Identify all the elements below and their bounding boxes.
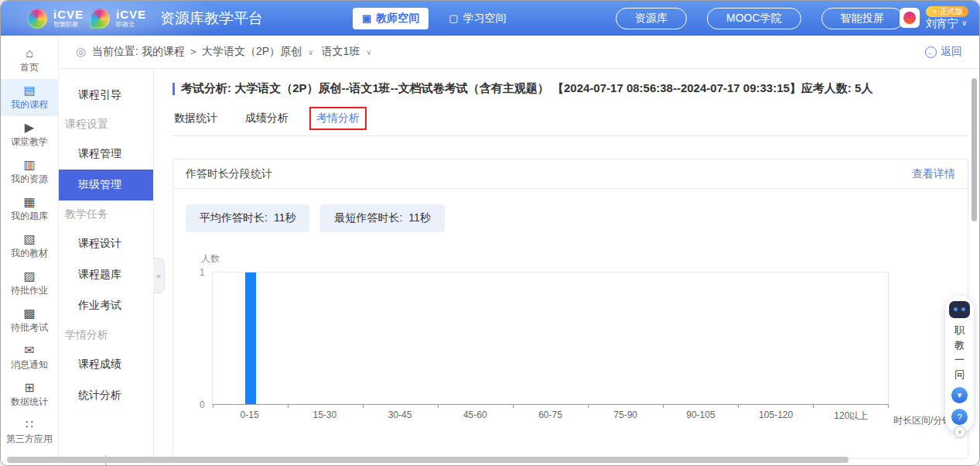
x-axis-tick-label: 90-105 xyxy=(663,409,738,423)
stat-chip: 最短作答时长: 11秒 xyxy=(320,204,444,232)
duration-detail-link[interactable]: 查看详情 xyxy=(912,167,955,181)
sidebar-item[interactable]: ⊞ 数据统计 xyxy=(1,376,58,413)
submenu-item[interactable]: 课程设置 xyxy=(59,111,153,139)
version-badge: 正式版 xyxy=(926,6,968,17)
ai-assistant-widget[interactable]: 职教一问 ▾ ? xyxy=(945,296,974,433)
header-nav-item[interactable]: ▢ 学习空间 xyxy=(439,8,515,29)
sidebar-item[interactable]: ▥ 我的资源 xyxy=(1,153,58,190)
question-bank-icon: ▦ xyxy=(23,196,35,208)
stat-value: 11秒 xyxy=(408,211,431,225)
x-axis-tick-mark xyxy=(438,404,439,408)
sidebar-item[interactable]: ▩ 待批考试 xyxy=(1,302,58,339)
sidebar-item-label: 我的教材 xyxy=(11,247,48,260)
submenu-item-label: 课程题库 xyxy=(78,268,121,282)
breadcrumb-class[interactable]: 语文1班 xyxy=(321,45,360,59)
user-avatar[interactable] xyxy=(900,8,920,28)
submenu-item[interactable]: 教学任务 xyxy=(59,200,153,228)
submenu-item-label: 班级管理 xyxy=(78,178,121,192)
breadcrumb-course[interactable]: 大学语文（2P）原创 xyxy=(202,45,302,59)
chart-plot-area xyxy=(212,272,889,405)
x-axis-tick-mark xyxy=(213,404,213,408)
submenu-item-label: 课程设置 xyxy=(65,118,108,132)
breadcrumb-root[interactable]: 我的课程 xyxy=(142,45,185,59)
submenu-item[interactable]: 作业考试 xyxy=(59,290,153,321)
x-axis-tick-mark xyxy=(513,404,514,408)
avatar-swirl-icon xyxy=(903,12,916,24)
assistant-label-char: 职 xyxy=(954,323,965,338)
submenu-item-label: 课程引导 xyxy=(78,88,121,102)
breadcrumb: ◎ 当前位置: 我的课程 ＞ 大学语文（2P）原创 ∨ 语文1班 ∨ ← 返回 xyxy=(59,36,979,69)
stat-chip: 平均作答时长: 11秒 xyxy=(186,204,309,232)
sidebar-item[interactable]: ▧ 我的教材 xyxy=(1,228,58,265)
submenu-item-label: 教学任务 xyxy=(65,207,108,221)
sidebar-item[interactable]: ⌂ 首页 xyxy=(1,42,58,79)
tab-label: 成绩分析 xyxy=(245,111,289,124)
horizontal-scrollbar[interactable] xyxy=(7,457,849,463)
header-nav-item[interactable]: ▣ 教师空间 xyxy=(353,8,429,29)
analysis-tabs: 数据统计 成绩分析 考情分析 xyxy=(172,111,968,136)
data-statistics-icon: ⊞ xyxy=(24,382,34,394)
course-submenu: 课程引导 课程设置 课程管理 班级管理 教学任务 课程设计 课程题库 xyxy=(59,69,154,465)
duration-stats-panel: 作答时长分段统计 查看详情 平均作答时长: 11秒 最短作答时长: 11秒 xyxy=(172,159,968,459)
vertical-scrollbar[interactable] xyxy=(971,78,977,221)
analysis-tab[interactable]: 考情分析 xyxy=(316,111,360,125)
medal-icon xyxy=(931,9,937,15)
header-pill-label: 资源库 xyxy=(635,12,668,24)
back-arrow-icon: ← xyxy=(925,46,937,58)
sidebar-item[interactable]: ▤ 我的课程 xyxy=(1,79,58,116)
sidebar-item-label: 我的课程 xyxy=(11,98,48,111)
x-axis-tick-mark xyxy=(363,404,364,408)
submenu-item[interactable]: 课程设计 xyxy=(59,228,153,259)
sidebar-item-label: 待批考试 xyxy=(11,321,48,334)
sidebar-item[interactable]: ✉ 消息通知 xyxy=(1,339,58,376)
header-pill-button[interactable]: MOOC学院 xyxy=(707,8,801,29)
sidebar-item[interactable]: ▦ 我的题库 xyxy=(1,190,58,228)
chart-band xyxy=(363,272,438,404)
submenu-item[interactable]: 课程成绩 xyxy=(59,349,153,380)
chart-band xyxy=(213,272,288,404)
submenu-item[interactable]: 统计分析 xyxy=(59,380,153,411)
y-axis-min-label: 0 xyxy=(200,399,205,410)
submenu-item[interactable]: 学情分析 xyxy=(59,321,153,349)
my-courses-icon: ▤ xyxy=(23,84,35,97)
messages-icon: ✉ xyxy=(24,344,34,357)
sidebar-item[interactable]: ▨ 待批作业 xyxy=(1,265,58,302)
class-dropdown-chevron-icon[interactable]: ∨ xyxy=(366,48,371,57)
submenu-item[interactable]: 班级管理 xyxy=(59,170,153,200)
x-axis-tick-label: 15-30 xyxy=(287,409,362,423)
duration-stat-chips: 平均作答时长: 11秒 最短作答时长: 11秒 xyxy=(186,204,968,232)
x-axis-tick-mark xyxy=(288,404,289,408)
submenu-item[interactable]: 课程管理 xyxy=(59,139,153,170)
x-axis-tick-label: 120以上 xyxy=(814,409,889,423)
header-pill-label: 智能投屏 xyxy=(841,12,884,24)
sidebar-item-label: 我的题库 xyxy=(11,210,48,223)
sidebar-collapse-handle[interactable]: « xyxy=(153,258,165,293)
sidebar-item[interactable]: ▶ 课堂教学 xyxy=(1,116,58,153)
x-axis-tick-mark xyxy=(813,404,814,408)
submenu-item-label: 统计分析 xyxy=(78,389,121,403)
sidebar-item-label: 待批作业 xyxy=(11,284,48,297)
username-menu[interactable]: 刘宵宁 ∨ xyxy=(926,17,967,30)
header-pill-button[interactable]: 资源库 xyxy=(616,8,687,29)
back-button[interactable]: ← 返回 xyxy=(925,45,962,59)
collapse-icon: « xyxy=(156,271,161,280)
assistant-label-char: 教 xyxy=(954,338,965,352)
sidebar-item-label: 我的资源 xyxy=(11,173,48,186)
x-axis-tick-mark xyxy=(663,404,664,408)
sidebar-item[interactable]: ∷ 第三方应用 xyxy=(1,413,58,451)
submenu-item[interactable]: 课程题库 xyxy=(59,259,153,290)
analysis-tab[interactable]: 成绩分析 xyxy=(245,111,289,125)
course-dropdown-chevron-icon[interactable]: ∨ xyxy=(308,48,313,57)
analysis-tab[interactable]: 数据统计 xyxy=(174,111,217,125)
assistant-fold-icon[interactable]: ▾ xyxy=(951,387,968,403)
assistant-close-icon[interactable]: × xyxy=(954,426,966,438)
duration-bar-chart: 人数 1 0 0-1515-3030-4545-6060-7575-9090-1… xyxy=(173,252,968,458)
y-axis-max-label: 1 xyxy=(200,267,205,278)
help-icon[interactable]: ? xyxy=(951,409,968,425)
submenu-item[interactable]: 课程引导 xyxy=(59,80,153,111)
header-nav-label: 教师空间 xyxy=(376,12,419,26)
robot-assistant-icon xyxy=(949,301,970,318)
submenu-item-label: 课程设计 xyxy=(78,237,121,251)
username: 刘宵宁 xyxy=(926,17,958,30)
header-pill-button[interactable]: 智能投屏 xyxy=(821,8,903,29)
